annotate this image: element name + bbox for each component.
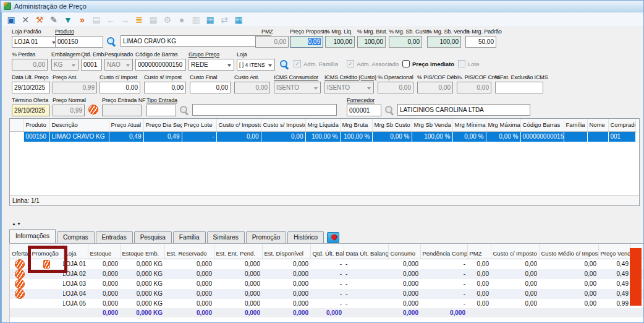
store-row[interactable]: SP-LOJA 040,0000,000 KG0,0000,0000,000--… bbox=[10, 289, 644, 299]
filter-icon[interactable]: ▼ bbox=[62, 14, 74, 25]
mg-sb-custo-input[interactable]: 0,00 bbox=[389, 36, 422, 48]
produto-label[interactable]: Produto bbox=[55, 28, 103, 35]
icms-consumidor-label[interactable]: ICMS Consumidor bbox=[274, 74, 321, 80]
column-header-12[interactable]: PMZ bbox=[467, 244, 491, 259]
column-header-6[interactable]: Custo s/ Imposto bbox=[261, 119, 305, 131]
store-row[interactable]: SP-LOJA 050,0000,000 KG0,0000,0000,000--… bbox=[10, 299, 644, 308]
produto-input[interactable]: 000150 bbox=[55, 36, 103, 48]
column-header-7[interactable]: Mrg Líquida bbox=[305, 119, 340, 131]
grupo-preco-label[interactable]: Grupo Preço bbox=[189, 51, 234, 58]
store-row[interactable]: SP-LOJA 030,0000,000 KG0,0000,0000,000--… bbox=[10, 279, 644, 289]
column-header-4[interactable]: Estoque Emb. bbox=[120, 244, 164, 259]
column-header-4[interactable]: Preço Lote bbox=[182, 119, 216, 131]
column-header-14[interactable]: Família bbox=[564, 119, 587, 131]
column-header-12[interactable]: Mrg Máxima bbox=[486, 119, 520, 131]
column-header-9[interactable]: Mrg Sb Custo bbox=[372, 119, 412, 131]
report-money-icon[interactable]: ▦ bbox=[205, 14, 216, 25]
column-header-16[interactable]: Comprador bbox=[608, 119, 635, 131]
tipo-entrada-label[interactable]: Tipo Entrada bbox=[146, 97, 177, 103]
mg-sb-venda-input[interactable]: 100,00 bbox=[427, 36, 461, 48]
product-row[interactable]: 000150LIMAO CRAVO KG0,490,49-0,000,00100… bbox=[10, 131, 635, 142]
back-icon[interactable]: ← bbox=[105, 14, 116, 25]
column-header-10[interactable]: Mrg Sb Venda bbox=[412, 119, 452, 131]
column-header-13[interactable]: Código Barras bbox=[520, 119, 564, 131]
column-header-1[interactable]: Descrição bbox=[49, 119, 109, 131]
table-cell: 0,000 bbox=[388, 299, 420, 308]
loja-multi-select[interactable]: [ ] 4 ITENS bbox=[237, 59, 275, 71]
table-cell: - bbox=[420, 289, 467, 299]
pin-icon[interactable] bbox=[327, 232, 339, 243]
layers-icon[interactable]: ≣ bbox=[133, 14, 145, 25]
fast-forward-icon[interactable]: » bbox=[77, 14, 88, 25]
column-header-8[interactable]: Qtd. Últ. Bal. bbox=[310, 244, 344, 259]
tab-similares[interactable]: Similares bbox=[207, 231, 245, 243]
store-row[interactable]: SP-LOJA 010,0000,000 KG0,0000,0000,000--… bbox=[10, 259, 644, 269]
row-selector[interactable] bbox=[10, 131, 23, 142]
hammer-icon[interactable]: ⚒ bbox=[34, 14, 45, 25]
table-cell bbox=[30, 279, 63, 289]
column-header-5[interactable]: Custo c/ Imposto bbox=[216, 119, 261, 131]
produto-search-icon[interactable] bbox=[106, 36, 116, 46]
loja-search-icon[interactable] bbox=[279, 59, 289, 69]
column-header-0[interactable]: Oferta bbox=[10, 244, 30, 259]
column-header-2[interactable]: Preço Atual bbox=[109, 119, 143, 131]
embalagem-group: Embalagem KG bbox=[51, 51, 80, 71]
tipo-entrada-input[interactable] bbox=[146, 105, 176, 116]
save-icon[interactable]: ▣ bbox=[6, 14, 17, 25]
mrg-liq-input[interactable]: 100,00 bbox=[325, 36, 355, 48]
tab-pesquisa[interactable]: Pesquisa bbox=[134, 231, 172, 243]
forward-icon[interactable]: → bbox=[119, 14, 130, 25]
column-header-11[interactable]: Mrg Mínima bbox=[452, 119, 486, 131]
column-header-7[interactable]: Est. Disponível bbox=[262, 244, 310, 259]
preco-imediato-checkbox[interactable]: Preço Imediato bbox=[402, 60, 454, 67]
print-icon[interactable]: ▤ bbox=[91, 14, 102, 25]
custo-final-input[interactable]: 0,00 bbox=[190, 82, 231, 93]
column-header-8[interactable]: Mrg Bruta bbox=[340, 119, 372, 131]
tab-compras[interactable]: Compras bbox=[57, 231, 95, 243]
custo-s-input[interactable]: 0,00 bbox=[144, 82, 186, 93]
column-header-9[interactable]: Data Últ. Balanço bbox=[344, 244, 388, 259]
splitter-handle[interactable]: ▲▼ bbox=[12, 222, 22, 226]
cod-barras-input[interactable]: 0000000000150 bbox=[135, 59, 186, 71]
store-row[interactable]: SP-LOJA 020,0000,000 KG0,0000,0000,000--… bbox=[10, 269, 644, 279]
title-bar[interactable]: Administração de Preço bbox=[1, 1, 643, 12]
qtd-emb-input[interactable]: 0001 bbox=[81, 59, 102, 71]
termino-oferta-field[interactable]: 29/10/2025 bbox=[12, 105, 50, 116]
column-header-3[interactable]: Estoque bbox=[88, 244, 120, 259]
column-header-14[interactable]: Custo Médio c/ Imposto bbox=[539, 244, 598, 259]
descricao-input[interactable]: LIMAO CRAVO KG bbox=[121, 35, 271, 47]
fornecedor-label[interactable]: Fornecedor bbox=[347, 97, 381, 103]
fornecedor-input[interactable]: 000001 bbox=[347, 105, 381, 116]
loja-padrao-select[interactable]: LOJA 01 bbox=[12, 36, 59, 48]
calculator-icon[interactable]: ▥ bbox=[190, 14, 201, 25]
tab-família[interactable]: Família bbox=[173, 231, 206, 243]
tab-informações[interactable]: Informações bbox=[9, 229, 56, 243]
preco-proposto-input[interactable]: 0,09 bbox=[290, 36, 323, 48]
column-header-10[interactable]: Consumo bbox=[388, 244, 420, 259]
column-header-13[interactable]: Custo c/ Imposto bbox=[491, 244, 539, 259]
calendar-money-icon[interactable]: ▦ bbox=[148, 14, 159, 25]
column-header-15[interactable]: Nome bbox=[587, 119, 608, 131]
tab-promoção[interactable]: Promoção bbox=[246, 231, 287, 243]
icms-credito-label[interactable]: ICMS Crédito (Custo) bbox=[324, 74, 376, 80]
column-header-5[interactable]: Est. Reservado bbox=[164, 244, 214, 259]
custo-c-input[interactable]: 0,00 bbox=[100, 82, 140, 93]
sphere-icon[interactable]: ● bbox=[176, 14, 187, 25]
table-cell bbox=[587, 131, 608, 142]
preco-imediato-box-icon[interactable] bbox=[402, 60, 410, 67]
column-header-3[interactable]: Preço Dia Seg. bbox=[143, 119, 182, 131]
column-header-0[interactable]: Produto bbox=[23, 119, 49, 131]
column-header-11[interactable]: Pendência Compra bbox=[420, 244, 467, 259]
refresh-icon[interactable]: ⇄ bbox=[219, 14, 230, 25]
wrench-icon[interactable]: ✎ bbox=[48, 14, 59, 25]
column-header-6[interactable]: Est. Ent. Pend. bbox=[214, 244, 262, 259]
delete-icon[interactable]: ✕ bbox=[20, 14, 31, 25]
data-ult-preco-field[interactable]: 29/10/2025 bbox=[12, 82, 50, 93]
grupo-preco-select[interactable]: REDE bbox=[189, 59, 234, 71]
mrg-brut-input[interactable]: 100,00 bbox=[357, 36, 386, 48]
price-table-icon[interactable]: ▦ bbox=[233, 14, 244, 25]
settings-icon[interactable]: ⚙ bbox=[162, 14, 173, 25]
tab-histórico[interactable]: Histórico bbox=[287, 231, 324, 243]
column-header-15[interactable]: Preço Venda bbox=[598, 244, 630, 259]
tab-entradas[interactable]: Entradas bbox=[96, 231, 133, 243]
